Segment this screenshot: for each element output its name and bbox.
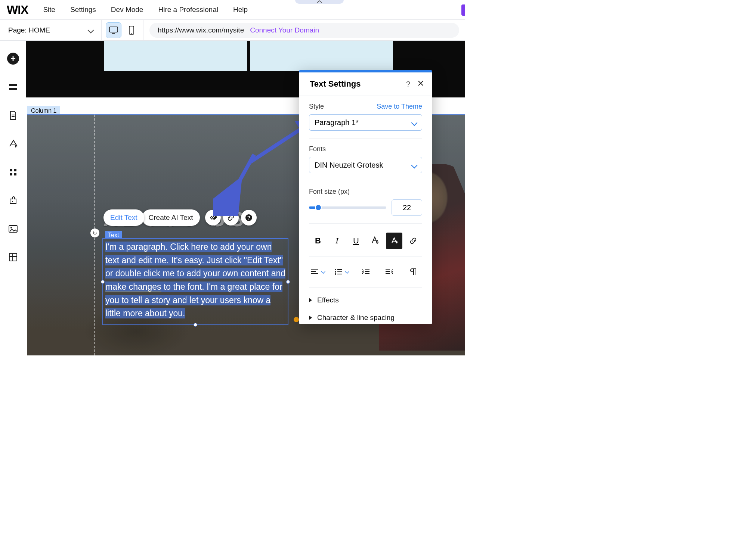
- style-select-value: Paragraph 1*: [315, 118, 359, 127]
- svg-point-20: [335, 269, 336, 270]
- editor-area: + Column 1: [0, 41, 465, 355]
- apps-grid-button[interactable]: [7, 166, 19, 178]
- indent-increase-button[interactable]: [381, 264, 398, 280]
- paragraph-format-row: [309, 260, 422, 288]
- device-switch-group: [102, 20, 143, 40]
- font-select[interactable]: DIN Neuzeit Grotesk: [309, 157, 422, 173]
- svg-rect-1: [112, 33, 115, 34]
- add-element-button[interactable]: +: [7, 53, 19, 65]
- paragraph-text[interactable]: I'm a paragraph. Click here to add your …: [103, 239, 288, 322]
- svg-rect-9: [14, 173, 16, 175]
- fontsize-slider[interactable]: [309, 206, 386, 209]
- annotation-arrow-2: [213, 153, 265, 216]
- connect-domain-link[interactable]: Connect Your Domain: [250, 26, 319, 34]
- chevron-down-icon: [346, 270, 349, 274]
- mobile-view-button[interactable]: [124, 23, 139, 38]
- resize-handle-bottom[interactable]: [194, 323, 197, 327]
- svg-point-3: [131, 33, 132, 34]
- fontsize-section: Font size (px): [309, 188, 422, 224]
- link-button[interactable]: [405, 233, 421, 249]
- page-url-bar: Page: HOME https://www.wix.com/mysite Co…: [0, 20, 465, 41]
- menu-site[interactable]: Site: [43, 6, 55, 14]
- text-format-row: B I U: [309, 230, 422, 257]
- page-selector-label: Page: HOME: [8, 26, 50, 34]
- header-slot-1: [104, 41, 247, 71]
- align-button[interactable]: [310, 264, 326, 280]
- svg-rect-13: [9, 253, 17, 261]
- reset-guide-button[interactable]: [90, 228, 99, 237]
- resize-handle-right[interactable]: [286, 280, 290, 284]
- text-color-button[interactable]: [367, 233, 383, 249]
- panel-close-icon[interactable]: [418, 80, 424, 88]
- resize-handle-left[interactable]: [101, 280, 105, 284]
- slider-knob[interactable]: [316, 205, 321, 210]
- chevron-down-icon: [412, 118, 417, 127]
- chevron-down-icon: [89, 26, 93, 34]
- fontsize-label: Font size (px): [309, 188, 350, 196]
- svg-rect-10: [12, 201, 13, 202]
- fontsize-input[interactable]: [392, 199, 422, 216]
- top-menu-bar: WIX Site Settings Dev Mode Hire a Profes…: [0, 0, 465, 20]
- overflow-indicator-icon: [294, 317, 299, 322]
- chevron-down-icon: [322, 270, 325, 274]
- effects-collapse[interactable]: Effects: [309, 292, 422, 309]
- effects-label: Effects: [317, 296, 339, 304]
- menu-hire-pro[interactable]: Hire a Professional: [158, 6, 218, 14]
- paragraph-pre: I'm a paragraph. Click here to add your …: [105, 242, 285, 278]
- triangle-right-icon: [309, 315, 312, 320]
- svg-rect-4: [9, 84, 17, 86]
- panel-body: Style Save to Theme Paragraph 1* Fonts D…: [299, 96, 432, 324]
- page-selector[interactable]: Page: HOME: [0, 20, 102, 40]
- header-slot-2: [250, 41, 393, 71]
- create-ai-text-button[interactable]: Create AI Text: [142, 209, 200, 226]
- sections-button[interactable]: [7, 81, 19, 93]
- fonts-label: Fonts: [309, 145, 326, 153]
- panel-header: Text Settings ?: [299, 72, 432, 96]
- save-to-theme-link[interactable]: Save to Theme: [377, 103, 422, 111]
- desktop-view-button[interactable]: [106, 23, 121, 38]
- chevron-down-icon: [412, 161, 417, 169]
- font-select-value: DIN Neuzeit Grotesk: [315, 161, 383, 169]
- app-market-button[interactable]: [7, 195, 19, 206]
- wix-logo: WIX: [7, 3, 28, 17]
- style-section: Style Save to Theme Paragraph 1*: [309, 103, 422, 139]
- menu-help[interactable]: Help: [233, 6, 248, 14]
- svg-point-22: [335, 273, 336, 275]
- theme-button[interactable]: [7, 138, 19, 150]
- style-label: Style: [309, 103, 324, 111]
- triangle-right-icon: [309, 298, 312, 302]
- italic-button[interactable]: I: [329, 233, 345, 249]
- site-url: https://www.wix.com/mysite: [158, 26, 244, 34]
- edit-text-button[interactable]: Edit Text: [103, 209, 144, 226]
- svg-point-12: [10, 227, 12, 228]
- left-tools-rail: +: [0, 41, 26, 355]
- spacing-label: Character & line spacing: [317, 314, 395, 322]
- svg-rect-5: [9, 88, 17, 90]
- svg-rect-0: [109, 27, 118, 32]
- fonts-section: Fonts DIN Neuzeit Grotesk: [309, 145, 422, 181]
- panel-title: Text Settings: [310, 79, 361, 89]
- text-settings-panel: Text Settings ? Style Save to Theme Para…: [299, 70, 432, 324]
- svg-point-21: [335, 271, 336, 273]
- underline-button[interactable]: U: [348, 233, 364, 249]
- cms-button[interactable]: [7, 251, 19, 263]
- highlight-color-button[interactable]: [386, 233, 402, 249]
- bold-button[interactable]: B: [310, 233, 326, 249]
- svg-line-18: [224, 155, 254, 209]
- panel-help-icon[interactable]: ?: [406, 80, 410, 88]
- spacing-collapse[interactable]: Character & line spacing: [309, 309, 422, 324]
- collapse-top-notch[interactable]: [295, 0, 344, 4]
- paragraph-make-changes: make changes: [105, 282, 161, 292]
- media-button[interactable]: [7, 223, 19, 235]
- list-button[interactable]: [334, 264, 350, 280]
- pages-button[interactable]: [7, 109, 19, 121]
- url-bar[interactable]: https://www.wix.com/mysite Connect Your …: [149, 23, 459, 38]
- right-edge-badge: [461, 4, 465, 16]
- editor-canvas[interactable]: Column 1 ABOUT US Edit Text Create AI Te…: [26, 41, 465, 355]
- selected-text-box[interactable]: I'm a paragraph. Click here to add your …: [102, 238, 288, 325]
- menu-settings[interactable]: Settings: [70, 6, 96, 14]
- indent-decrease-button[interactable]: [358, 264, 374, 280]
- style-select[interactable]: Paragraph 1*: [309, 114, 422, 131]
- menu-dev-mode[interactable]: Dev Mode: [111, 6, 143, 14]
- text-direction-button[interactable]: [405, 264, 421, 280]
